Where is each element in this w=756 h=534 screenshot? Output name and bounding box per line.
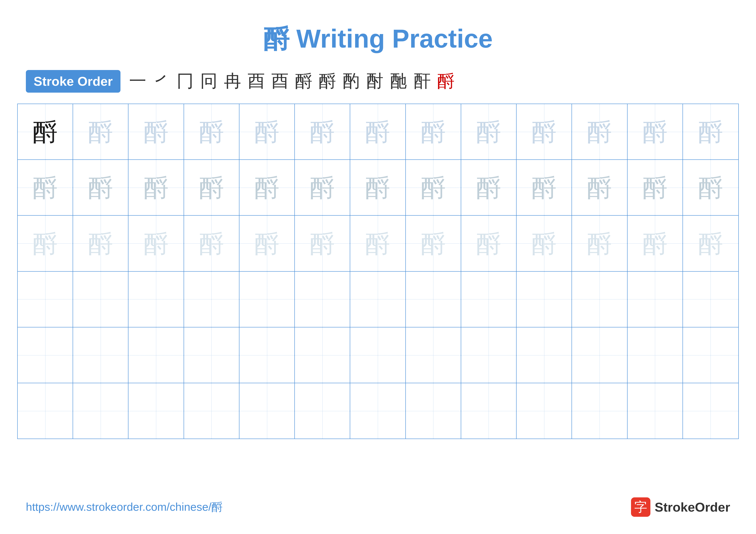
- cell-5-3[interactable]: [128, 327, 184, 383]
- cell-4-8[interactable]: [406, 272, 461, 327]
- stroke-4: 冋: [200, 69, 217, 93]
- cell-3-11[interactable]: 酹: [572, 216, 627, 271]
- cell-2-13[interactable]: 酹: [683, 160, 738, 215]
- cell-6-1[interactable]: [18, 383, 73, 439]
- grid-row-6: [18, 383, 738, 439]
- cell-1-13[interactable]: 酹: [683, 104, 738, 159]
- cell-6-12[interactable]: [628, 383, 683, 439]
- stroke-1: 一: [129, 69, 146, 93]
- cell-1-3[interactable]: 酹: [128, 104, 184, 159]
- cell-2-2[interactable]: 酹: [73, 160, 128, 215]
- stroke-7: 酉: [271, 69, 288, 93]
- cell-4-5[interactable]: [239, 272, 295, 327]
- cell-2-6[interactable]: 酹: [295, 160, 350, 215]
- grid-row-3: 酹 酹 酹 酹 酹 酹 酹 酹 酹 酹 酹 酹 酹: [18, 216, 738, 271]
- cell-1-2[interactable]: 酹: [73, 104, 128, 159]
- cell-1-4[interactable]: 酹: [184, 104, 239, 159]
- cell-2-5[interactable]: 酹: [239, 160, 295, 215]
- cell-3-13[interactable]: 酹: [683, 216, 738, 271]
- cell-5-12[interactable]: [628, 327, 683, 383]
- cell-4-13[interactable]: [683, 272, 738, 327]
- cell-6-5[interactable]: [239, 383, 295, 439]
- cell-4-2[interactable]: [73, 272, 128, 327]
- cell-2-8[interactable]: 酹: [406, 160, 461, 215]
- cell-5-5[interactable]: [239, 327, 295, 383]
- cell-5-10[interactable]: [517, 327, 572, 383]
- stroke-2: ㇒: [153, 69, 170, 93]
- cell-1-9[interactable]: 酹: [461, 104, 517, 159]
- cell-1-8[interactable]: 酹: [406, 104, 461, 159]
- footer-url[interactable]: https://www.strokeorder.com/chinese/酹: [26, 499, 223, 515]
- grid-row-1: 酹 酹 酹 酹 酹 酹 酹 酹 酹 酹 酹 酹 酹: [18, 104, 738, 160]
- cell-4-3[interactable]: [128, 272, 184, 327]
- stroke-14: 酹: [437, 69, 454, 93]
- cell-5-1[interactable]: [18, 327, 73, 383]
- cell-2-9[interactable]: 酹: [461, 160, 517, 215]
- cell-1-11[interactable]: 酹: [572, 104, 627, 159]
- grid-row-2: 酹 酹 酹 酹 酹 酹 酹 酹 酹 酹 酹 酹 酹: [18, 160, 738, 216]
- cell-1-12[interactable]: 酹: [628, 104, 683, 159]
- stroke-5: 冉: [224, 69, 241, 93]
- cell-6-3[interactable]: [128, 383, 184, 439]
- cell-3-5[interactable]: 酹: [239, 216, 295, 271]
- cell-3-6[interactable]: 酹: [295, 216, 350, 271]
- stroke-3: 冂: [176, 69, 194, 93]
- cell-6-13[interactable]: [683, 383, 738, 439]
- cell-5-2[interactable]: [73, 327, 128, 383]
- cell-6-6[interactable]: [295, 383, 350, 439]
- cell-3-1[interactable]: 酹: [18, 216, 73, 271]
- cell-5-9[interactable]: [461, 327, 517, 383]
- cell-4-4[interactable]: [184, 272, 239, 327]
- cell-3-7[interactable]: 酹: [350, 216, 406, 271]
- cell-3-9[interactable]: 酹: [461, 216, 517, 271]
- cell-6-9[interactable]: [461, 383, 517, 439]
- cell-4-7[interactable]: [350, 272, 406, 327]
- cell-4-10[interactable]: [517, 272, 572, 327]
- stroke-6: 酉: [248, 69, 265, 93]
- cell-3-2[interactable]: 酹: [73, 216, 128, 271]
- cell-4-12[interactable]: [628, 272, 683, 327]
- cell-2-7[interactable]: 酹: [350, 160, 406, 215]
- cell-1-6[interactable]: 酹: [295, 104, 350, 159]
- cell-2-4[interactable]: 酹: [184, 160, 239, 215]
- cell-5-6[interactable]: [295, 327, 350, 383]
- cell-3-4[interactable]: 酹: [184, 216, 239, 271]
- cell-1-5[interactable]: 酹: [239, 104, 295, 159]
- cell-6-2[interactable]: [73, 383, 128, 439]
- cell-3-8[interactable]: 酹: [406, 216, 461, 271]
- cell-6-7[interactable]: [350, 383, 406, 439]
- cell-4-6[interactable]: [295, 272, 350, 327]
- cell-4-1[interactable]: [18, 272, 73, 327]
- cell-6-10[interactable]: [517, 383, 572, 439]
- cell-2-3[interactable]: 酹: [128, 160, 184, 215]
- cell-2-11[interactable]: 酹: [572, 160, 627, 215]
- stroke-10: 酌: [342, 69, 360, 93]
- cell-2-10[interactable]: 酹: [517, 160, 572, 215]
- cell-6-11[interactable]: [572, 383, 627, 439]
- cell-5-8[interactable]: [406, 327, 461, 383]
- stroke-8: 酹: [295, 69, 312, 93]
- footer: https://www.strokeorder.com/chinese/酹 字 …: [0, 497, 756, 517]
- cell-3-12[interactable]: 酹: [628, 216, 683, 271]
- cell-2-1[interactable]: 酹: [18, 160, 73, 215]
- cell-1-1[interactable]: 酹: [18, 104, 73, 159]
- cell-6-4[interactable]: [184, 383, 239, 439]
- cell-4-11[interactable]: [572, 272, 627, 327]
- grid-row-5: [18, 327, 738, 383]
- practice-grid: 酹 酹 酹 酹 酹 酹 酹 酹 酹 酹 酹 酹 酹 酹 酹 酹 酹 酹 酹 酹 …: [17, 104, 739, 439]
- footer-logo: 字 StrokeOrder: [631, 497, 730, 517]
- cell-1-7[interactable]: 酹: [350, 104, 406, 159]
- cell-5-13[interactable]: [683, 327, 738, 383]
- cell-5-4[interactable]: [184, 327, 239, 383]
- cell-3-10[interactable]: 酹: [517, 216, 572, 271]
- cell-6-8[interactable]: [406, 383, 461, 439]
- strokeorder-logo-icon: 字: [631, 497, 650, 517]
- stroke-sequence: 一 ㇒ 冂 冋 冉 酉 酉 酹 酹 酌 酎 酏 酐 酹: [129, 69, 454, 93]
- cell-5-7[interactable]: [350, 327, 406, 383]
- cell-1-10[interactable]: 酹: [517, 104, 572, 159]
- cell-2-12[interactable]: 酹: [628, 160, 683, 215]
- stroke-order-badge: Stroke Order: [26, 70, 121, 93]
- cell-4-9[interactable]: [461, 272, 517, 327]
- cell-5-11[interactable]: [572, 327, 627, 383]
- cell-3-3[interactable]: 酹: [128, 216, 184, 271]
